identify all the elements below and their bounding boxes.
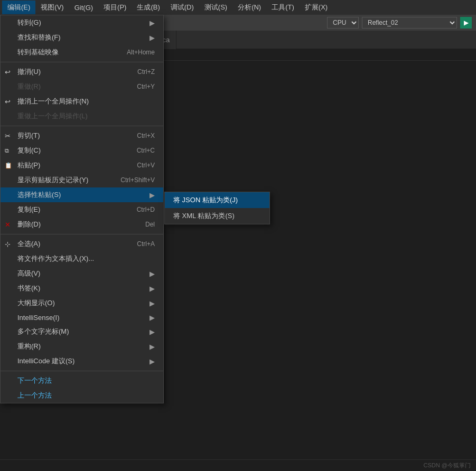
context-menu-container: 转到(G) ▶ 查找和替换(F) ▶ 转到基础映像 Alt+Home ↩ 撤消(… bbox=[0, 15, 164, 403]
menubar-item-test[interactable]: 测试(S) bbox=[199, 1, 232, 14]
menu-intellisense-arrow: ▶ bbox=[150, 314, 155, 322]
menu-multicursor-label: 多个文字光标(M) bbox=[17, 327, 145, 336]
menu-refactor-label: 重构(R) bbox=[17, 342, 145, 351]
menu-paste-shortcut: Ctrl+V bbox=[137, 162, 155, 169]
submenu-paste-special: 将 JSON 粘贴为类(J) 将 XML 粘贴为类(S) bbox=[164, 192, 270, 224]
menu-item-next-method[interactable]: 下一个方法 bbox=[1, 373, 163, 388]
menu-multicursor-arrow: ▶ bbox=[150, 328, 155, 336]
menu-goto-label: 转到(G) bbox=[17, 18, 145, 27]
menu-item-prev-method[interactable]: 上一个方法 bbox=[1, 388, 163, 403]
menubar-item-tools[interactable]: 工具(T) bbox=[266, 1, 300, 14]
menu-item-paste-special[interactable]: 选择性粘贴(S) ▶ bbox=[1, 187, 163, 202]
menu-undo-global-label: 撤消上一个全局操作(N) bbox=[17, 97, 155, 106]
menu-selectall-label: 全选(A) bbox=[17, 239, 122, 249]
menu-outline-arrow: ▶ bbox=[150, 299, 155, 307]
delete-icon: ✕ bbox=[5, 221, 11, 229]
menubar-item-build[interactable]: 生成(B) bbox=[132, 1, 165, 14]
menu-item-multi-cursor[interactable]: 多个文字光标(M) ▶ bbox=[1, 324, 163, 339]
submenu-xml-label: 将 XML 粘贴为类(S) bbox=[173, 211, 235, 221]
menubar-item-git[interactable]: Git(G) bbox=[69, 2, 98, 14]
menu-item-goto[interactable]: 转到(G) ▶ bbox=[1, 15, 163, 30]
menu-delete-label: 删除(D) bbox=[17, 220, 130, 229]
select-all-icon: ⊹ bbox=[5, 240, 11, 248]
menu-clipboard-label: 显示剪贴板历史记录(Y) bbox=[17, 175, 106, 185]
menu-find-label: 查找和替换(F) bbox=[17, 33, 145, 42]
menubar-item-extensions[interactable]: 扩展(X) bbox=[300, 1, 333, 14]
menu-undo-shortcut: Ctrl+Z bbox=[137, 68, 155, 76]
copy-icon: ⧉ bbox=[5, 147, 9, 154]
paste-icon: 📋 bbox=[5, 162, 12, 169]
menu-advanced-arrow: ▶ bbox=[150, 270, 155, 278]
menu-separator-1 bbox=[1, 62, 163, 62]
menu-copy-label: 复制(C) bbox=[17, 146, 122, 155]
menu-item-undo[interactable]: ↩ 撤消(U) Ctrl+Z bbox=[1, 64, 163, 79]
menubar-item-project[interactable]: 项目(P) bbox=[98, 1, 132, 14]
menu-goto-arrow: ▶ bbox=[150, 19, 155, 27]
menu-item-redo[interactable]: 重做(R) Ctrl+Y bbox=[1, 79, 163, 94]
menu-separator-4 bbox=[1, 371, 163, 371]
menu-item-insert-file[interactable]: 将文件作为文本插入(X)... bbox=[1, 251, 163, 266]
config-select[interactable]: Reflect_02 bbox=[362, 17, 457, 29]
menu-separator-2 bbox=[1, 126, 163, 126]
menu-item-advanced[interactable]: 高级(V) ▶ bbox=[1, 266, 163, 281]
menu-intellicode-arrow: ▶ bbox=[150, 357, 155, 365]
watermark-text: CSDN @今狐掌门 bbox=[424, 461, 471, 469]
run-button[interactable]: ▶ bbox=[460, 17, 472, 29]
menu-cut-label: 剪切(T) bbox=[17, 131, 122, 140]
menu-item-refactor[interactable]: 重构(R) ▶ bbox=[1, 339, 163, 354]
menu-gotobase-shortcut: Alt+Home bbox=[127, 49, 155, 56]
menu-item-select-all[interactable]: ⊹ 全选(A) Ctrl+A bbox=[1, 237, 163, 251]
menu-redo-global-label: 重做上一个全局操作(L) bbox=[17, 111, 155, 121]
menu-redo-label: 重做(R) bbox=[17, 82, 122, 91]
platform-select[interactable]: CPU bbox=[327, 17, 359, 29]
menu-bookmarks-label: 书签(K) bbox=[17, 284, 145, 293]
menu-item-duplicate[interactable]: 复制(E) Ctrl+D bbox=[1, 202, 163, 217]
menu-cut-shortcut: Ctrl+X bbox=[137, 132, 155, 139]
menu-delete-shortcut: Del bbox=[145, 221, 155, 228]
menu-item-undo-global[interactable]: ↩ 撤消上一个全局操作(N) bbox=[1, 94, 163, 109]
main-menu: 转到(G) ▶ 查找和替换(F) ▶ 转到基础映像 Alt+Home ↩ 撤消(… bbox=[0, 15, 164, 403]
submenu-json-label: 将 JSON 粘贴为类(J) bbox=[173, 195, 238, 205]
menu-paste-special-arrow: ▶ bbox=[150, 191, 155, 199]
menu-item-delete[interactable]: ✕ 删除(D) Del bbox=[1, 217, 163, 232]
menu-item-redo-global[interactable]: 重做上一个全局操作(L) bbox=[1, 109, 163, 124]
menu-duplicate-label: 复制(E) bbox=[17, 205, 122, 214]
menubar-item-analyze[interactable]: 分析(N) bbox=[232, 1, 266, 14]
menu-selectall-shortcut: Ctrl+A bbox=[137, 240, 155, 248]
cut-icon: ✂ bbox=[5, 132, 11, 140]
menu-redo-shortcut: Ctrl+Y bbox=[137, 83, 155, 90]
menu-clipboard-shortcut: Ctrl+Shift+V bbox=[120, 176, 155, 184]
menu-item-copy[interactable]: ⧉ 复制(C) Ctrl+C bbox=[1, 143, 163, 158]
menu-item-bookmarks[interactable]: 书签(K) ▶ bbox=[1, 281, 163, 296]
menubar-item-debug[interactable]: 调试(D) bbox=[165, 1, 199, 14]
menubar-item-edit[interactable]: 编辑(E) bbox=[2, 1, 35, 14]
menu-advanced-label: 高级(V) bbox=[17, 269, 145, 278]
menubar: 编辑(E) 视图(V) Git(G) 项目(P) 生成(B) 调试(D) 测试(… bbox=[0, 0, 476, 15]
editor-container: 编辑(E) 视图(V) Git(G) 项目(P) 生成(B) 调试(D) 测试(… bbox=[0, 0, 476, 471]
menu-duplicate-shortcut: Ctrl+D bbox=[137, 206, 155, 213]
menu-item-paste[interactable]: 📋 粘贴(P) Ctrl+V bbox=[1, 158, 163, 173]
menu-undo-label: 撤消(U) bbox=[17, 67, 123, 77]
menu-insertfile-label: 将文件作为文本插入(X)... bbox=[17, 254, 155, 263]
menu-item-cut[interactable]: ✂ 剪切(T) Ctrl+X bbox=[1, 128, 163, 143]
menu-item-find-replace[interactable]: 查找和替换(F) ▶ bbox=[1, 30, 163, 45]
menubar-item-view[interactable]: 视图(V) bbox=[35, 1, 69, 14]
menu-separator-3 bbox=[1, 234, 163, 234]
undo-global-icon: ↩ bbox=[5, 98, 11, 106]
menu-refactor-arrow: ▶ bbox=[150, 343, 155, 351]
menu-intellicode-label: IntelliCode 建议(S) bbox=[17, 356, 145, 366]
menu-intellisense-label: IntelliSense(I) bbox=[17, 314, 145, 322]
menu-item-outline[interactable]: 大纲显示(O) ▶ bbox=[1, 296, 163, 310]
submenu-item-json[interactable]: 将 JSON 粘贴为类(J) bbox=[165, 192, 269, 208]
menu-outline-label: 大纲显示(O) bbox=[17, 298, 145, 308]
undo-icon: ↩ bbox=[5, 68, 11, 76]
menu-item-intellicode[interactable]: IntelliCode 建议(S) ▶ bbox=[1, 354, 163, 369]
menu-item-intellisense[interactable]: IntelliSense(I) ▶ bbox=[1, 310, 163, 324]
menu-nextmethod-label: 下一个方法 bbox=[17, 376, 155, 385]
menu-item-goto-base[interactable]: 转到基础映像 Alt+Home bbox=[1, 45, 163, 60]
menu-paste-special-label: 选择性粘贴(S) bbox=[17, 190, 145, 200]
menu-gotobase-label: 转到基础映像 bbox=[17, 48, 112, 57]
menu-item-clipboard-history[interactable]: 显示剪贴板历史记录(Y) Ctrl+Shift+V bbox=[1, 173, 163, 187]
menu-prevmethod-label: 上一个方法 bbox=[17, 391, 155, 400]
submenu-item-xml[interactable]: 将 XML 粘贴为类(S) bbox=[165, 208, 269, 224]
